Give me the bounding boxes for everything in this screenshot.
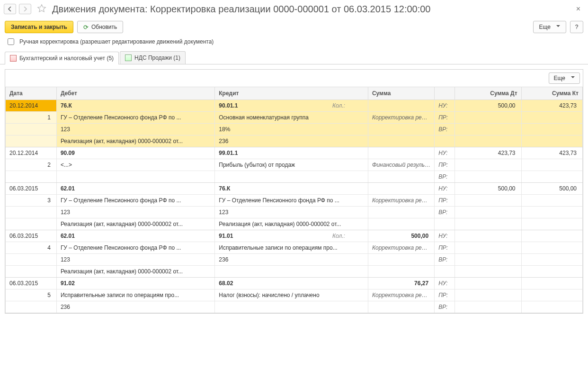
col-date[interactable]: Дата xyxy=(6,87,57,100)
table-row[interactable]: Реализация (акт, накладная) 0000-000002 … xyxy=(6,218,583,230)
table-row[interactable]: 4ГУ – Отделение Пенсионного фонда РФ по … xyxy=(6,242,583,254)
table-row[interactable]: 1ГУ – Отделение Пенсионного фонда РФ по … xyxy=(6,112,583,124)
table-row[interactable]: 3ГУ – Отделение Пенсионного фонда РФ по … xyxy=(6,195,583,207)
col-sum-kt[interactable]: Сумма Кт xyxy=(521,87,582,100)
grid-more-label: Еще xyxy=(554,75,565,81)
accounting-tab-icon xyxy=(10,55,17,62)
table-row[interactable]: 20.12.201476.К90.01.1Кол.:НУ:500,00423,7… xyxy=(6,100,583,112)
table-row[interactable]: 5Исправительные записи по операциям про.… xyxy=(6,289,583,301)
col-sum-dt[interactable]: Сумма Дт xyxy=(455,87,521,100)
col-credit[interactable]: Кредит xyxy=(215,87,368,100)
arrow-right-icon xyxy=(23,7,27,11)
table-row[interactable]: 06.03.201591.0268.0276,27НУ: xyxy=(6,278,583,289)
nav-back-button[interactable] xyxy=(4,4,16,14)
table-row[interactable]: Реализация (акт, накладная) 0000-000002 … xyxy=(6,135,583,147)
arrow-left-icon xyxy=(8,7,12,11)
col-tag xyxy=(435,87,455,100)
table-row[interactable]: Реализация (акт, накладная) 0000-000002 … xyxy=(6,266,583,278)
more-button[interactable]: Еще xyxy=(533,21,566,33)
save-and-close-button[interactable]: Записать и закрыть xyxy=(5,21,73,33)
refresh-icon: ⟳ xyxy=(83,24,89,31)
table-row[interactable]: 2<...>Прибыль (убыток) от продажФинансов… xyxy=(6,159,583,171)
nav-forward-button[interactable] xyxy=(19,4,31,14)
table-row[interactable]: 06.03.201562.0191.01Кол.:500,00НУ: xyxy=(6,230,583,242)
table-row[interactable]: 06.03.201562.0176.КНУ:500,00500,00 xyxy=(6,183,583,195)
manual-edit-checkbox[interactable] xyxy=(8,38,14,45)
help-button[interactable]: ? xyxy=(570,21,583,33)
table-row[interactable]: 20.12.201490.0999.01.1НУ:423,73423,73 xyxy=(6,147,583,159)
tab-accounting-label: Бухгалтерский и налоговый учет (5) xyxy=(19,55,114,62)
postings-table[interactable]: Дата Дебет Кредит Сумма Сумма Дт Сумма К… xyxy=(5,87,583,313)
tab-vat-sales[interactable]: НДС Продажи (1) xyxy=(120,51,186,64)
table-row[interactable]: 236ВР: xyxy=(6,301,583,313)
manual-edit-label: Ручная корректировка (разрешает редактир… xyxy=(19,38,214,45)
close-icon[interactable]: × xyxy=(572,3,584,15)
table-row[interactable]: 123123ВР: xyxy=(6,207,583,218)
table-row[interactable]: 12318%ВР: xyxy=(6,124,583,135)
favorite-star-icon[interactable] xyxy=(37,4,46,15)
col-sum[interactable]: Сумма xyxy=(368,87,434,100)
page-title: Движения документа: Корректировка реализ… xyxy=(52,4,570,15)
tab-vat-label: НДС Продажи (1) xyxy=(134,54,180,61)
vat-tab-icon xyxy=(125,54,132,61)
refresh-label: Обновить xyxy=(91,24,117,30)
more-label: Еще xyxy=(539,24,551,30)
chevron-down-icon xyxy=(553,24,560,30)
grid-more-button[interactable]: Еще xyxy=(549,72,580,84)
tab-accounting[interactable]: Бухгалтерский и налоговый учет (5) xyxy=(5,52,119,64)
refresh-button[interactable]: ⟳ Обновить xyxy=(77,21,123,33)
table-row[interactable]: ВР: xyxy=(6,171,583,183)
col-debit[interactable]: Дебет xyxy=(56,87,214,100)
chevron-down-icon xyxy=(568,75,575,81)
table-row[interactable]: 123236ВР: xyxy=(6,254,583,266)
